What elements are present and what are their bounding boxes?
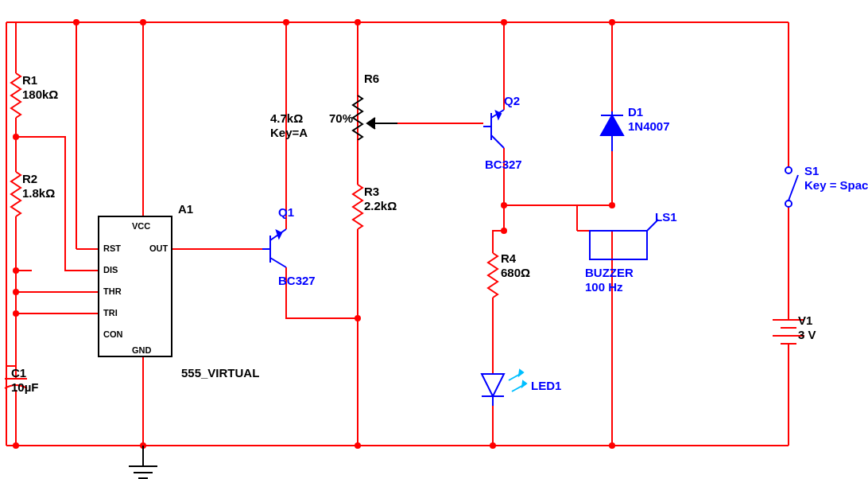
s1-name: S1 xyxy=(804,164,819,177)
a1-name: A1 xyxy=(178,202,193,216)
r1-name: R1 xyxy=(22,73,37,87)
r6-name: R6 xyxy=(364,72,379,85)
ls1-type: BUZZER xyxy=(585,266,634,279)
svg-point-12 xyxy=(355,316,360,321)
v1-name: V1 xyxy=(798,313,812,327)
svg-point-16 xyxy=(490,443,495,448)
a1-type: 555_VIRTUAL xyxy=(181,366,259,380)
svg-line-30 xyxy=(270,258,286,267)
pin-out: OUT xyxy=(149,243,168,253)
svg-point-6 xyxy=(141,20,145,25)
pin-dis: DIS xyxy=(103,265,118,275)
pin-con: CON xyxy=(103,329,122,339)
svg-point-5 xyxy=(14,443,18,448)
pin-vcc: VCC xyxy=(132,221,150,231)
schematic-canvas xyxy=(0,0,868,479)
q1-name: Q1 xyxy=(278,205,294,219)
r1-value: 180kΩ xyxy=(22,88,58,101)
svg-point-7 xyxy=(74,20,79,25)
ls1-freq: 100 Hz xyxy=(585,280,623,294)
d1-name: D1 xyxy=(628,105,643,119)
r6-key: Key=A xyxy=(270,126,308,139)
c1-value: 10µF xyxy=(11,380,39,394)
svg-point-19 xyxy=(610,443,614,448)
r6-value: 4.7kΩ xyxy=(270,111,303,125)
d1-part: 1N4007 xyxy=(628,119,670,133)
pin-rst: RST xyxy=(103,243,121,253)
r4-name: R4 xyxy=(501,251,516,265)
s1-key: Key = Space xyxy=(804,178,868,192)
pin-thr: THR xyxy=(103,286,122,296)
c1-name: C1 xyxy=(11,366,26,380)
ls1-name: LS1 xyxy=(655,210,677,224)
svg-point-17 xyxy=(610,20,614,25)
led1-name: LED1 xyxy=(531,379,561,392)
svg-point-46 xyxy=(785,201,792,207)
svg-point-9 xyxy=(284,20,289,25)
pin-gnd: GND xyxy=(132,345,151,355)
svg-line-47 xyxy=(789,175,798,201)
r3-value: 2.2kΩ xyxy=(364,199,397,212)
r4-value: 680Ω xyxy=(501,266,530,279)
svg-rect-43 xyxy=(590,231,647,259)
r2-value: 1.8kΩ xyxy=(22,186,55,200)
svg-point-2 xyxy=(14,290,18,294)
q2-name: Q2 xyxy=(504,94,520,107)
svg-point-45 xyxy=(785,167,792,173)
svg-line-34 xyxy=(491,135,504,148)
svg-point-13 xyxy=(502,20,506,25)
q2-part: BC327 xyxy=(485,158,522,171)
pin-tri: TRI xyxy=(103,308,118,317)
r2-name: R2 xyxy=(22,172,37,185)
svg-point-11 xyxy=(355,443,360,448)
q1-part: BC327 xyxy=(278,274,316,287)
svg-point-18 xyxy=(610,203,614,208)
v1-value: 3 V xyxy=(798,328,816,341)
r6-percent: 70% xyxy=(329,111,353,125)
r3-name: R3 xyxy=(364,185,379,198)
